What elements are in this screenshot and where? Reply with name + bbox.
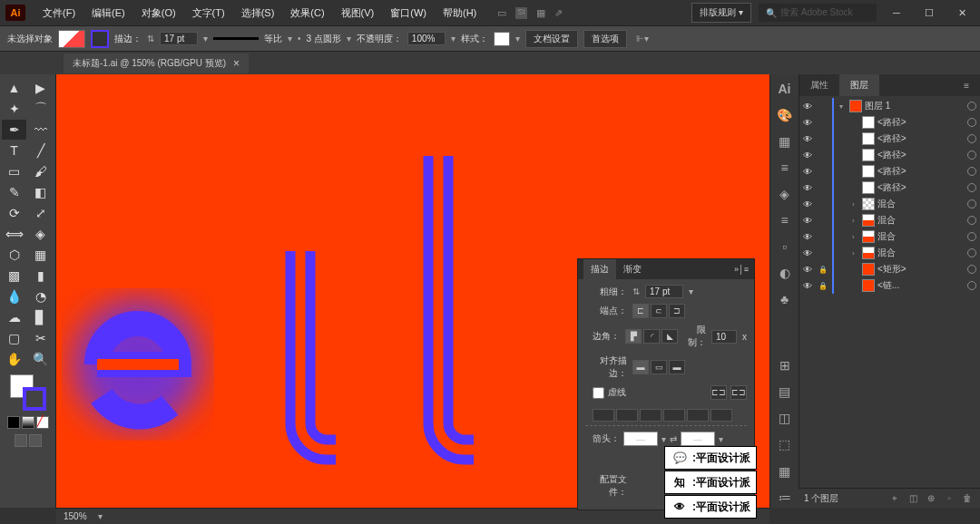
close-button[interactable]: ✕	[949, 4, 975, 22]
gap-2-input[interactable]	[663, 409, 685, 422]
color-mode-gradient[interactable]	[22, 416, 34, 429]
document-tab[interactable]: 未标题-1.ai @ 150% (RGB/GPU 预览) ×	[64, 53, 249, 73]
weight-stepper[interactable]: ⇅	[632, 286, 640, 296]
weight-input[interactable]	[645, 285, 683, 298]
artboard-tool[interactable]: ▢	[2, 328, 26, 348]
align-inside-icon[interactable]: ▭	[651, 360, 667, 374]
target-icon[interactable]	[967, 118, 976, 127]
layer-row[interactable]: 👁 <路径>	[799, 114, 980, 131]
width-tool[interactable]: ⟺	[2, 224, 26, 244]
eyedropper-tool[interactable]: 💧	[2, 286, 26, 306]
transform-strip-icon[interactable]: ⊞	[774, 355, 796, 376]
layer-name[interactable]: 混合	[877, 214, 965, 227]
appearance-strip-icon[interactable]: ♣	[774, 288, 796, 309]
lock-toggle[interactable]: 🔒	[818, 266, 829, 274]
stroke-weight-input[interactable]	[160, 32, 198, 45]
cap-butt-icon[interactable]: ⊏	[632, 304, 649, 318]
minimize-button[interactable]: ─	[884, 4, 909, 22]
slice-tool[interactable]: ✂	[28, 328, 53, 348]
expand-arrow[interactable]: ›	[852, 233, 859, 241]
symbols-strip-icon[interactable]: ◈	[774, 183, 796, 204]
gpu-icon[interactable]: ⇗	[554, 7, 563, 19]
menu-window[interactable]: 窗口(W)	[382, 6, 435, 20]
gradient-tool[interactable]: ▮	[28, 266, 53, 286]
brushes-strip-icon[interactable]: ≡	[774, 157, 796, 178]
layer-name[interactable]: 混合	[877, 230, 965, 243]
screen-mode-normal[interactable]	[15, 434, 27, 447]
type-tool[interactable]: T	[2, 141, 26, 160]
visibility-toggle[interactable]: 👁	[803, 118, 816, 128]
menu-object[interactable]: 对象(O)	[133, 6, 184, 20]
tab-close-icon[interactable]: ×	[233, 57, 240, 70]
expand-arrow[interactable]: ▾	[839, 102, 847, 111]
gap-3-input[interactable]	[710, 409, 732, 422]
target-icon[interactable]	[967, 167, 976, 176]
curvature-tool[interactable]: 〰	[28, 120, 53, 140]
fill-stroke-indicator[interactable]	[10, 374, 46, 411]
bridge-icon[interactable]: ▭	[497, 7, 506, 19]
scale-tool[interactable]: ⤢	[28, 203, 53, 223]
direct-select-tool[interactable]: ▶	[28, 78, 53, 98]
align-strip-icon[interactable]: ▤	[774, 382, 796, 403]
shaper-tool[interactable]: ✎	[2, 182, 26, 202]
dash-3-input[interactable]	[687, 409, 709, 422]
layer-name[interactable]: 混合	[877, 198, 965, 210]
visibility-toggle[interactable]: 👁	[803, 248, 816, 258]
dash-align-icon[interactable]: ⊏⊐	[730, 385, 747, 400]
menu-help[interactable]: 帮助(H)	[435, 6, 485, 20]
magic-wand-tool[interactable]: ✦	[2, 99, 26, 119]
layer-row[interactable]: 👁 › 混合	[799, 228, 980, 245]
layer-row[interactable]: 👁 <路径>	[799, 147, 980, 163]
target-icon[interactable]	[967, 281, 976, 290]
pen-tool[interactable]: ✒	[2, 120, 26, 140]
lock-toggle[interactable]: 🔒	[818, 282, 829, 290]
target-icon[interactable]	[967, 232, 976, 241]
stroke-indicator[interactable]	[23, 387, 46, 411]
layer-name[interactable]: <路径>	[877, 132, 965, 145]
arrow-end-dropdown[interactable]: —	[681, 432, 715, 446]
target-icon[interactable]	[967, 216, 976, 225]
layer-name[interactable]: 混合	[877, 247, 965, 259]
hand-tool[interactable]: ✋	[2, 349, 26, 369]
target-icon[interactable]	[967, 248, 976, 257]
free-transform-tool[interactable]: ◈	[28, 224, 53, 244]
color-mode-solid[interactable]	[7, 416, 20, 429]
stock-icon[interactable]: St	[515, 7, 527, 19]
target-icon[interactable]	[967, 134, 976, 143]
rect-tool[interactable]: ▭	[2, 161, 26, 181]
layer-name[interactable]: <路径>	[877, 149, 965, 161]
zoom-tool[interactable]: 🔍	[28, 349, 53, 369]
stroke-strip-icon[interactable]: ≡	[774, 209, 796, 230]
corner-miter-icon[interactable]: ▛	[625, 329, 642, 344]
layer-row[interactable]: 👁 <路径>	[799, 131, 980, 147]
corner-round-icon[interactable]: ◜	[643, 329, 660, 344]
layer-row[interactable]: 👁 › 混合	[799, 196, 980, 212]
transparency-strip-icon[interactable]: ◐	[774, 262, 796, 283]
align-center-icon[interactable]: ▬	[632, 360, 649, 374]
panel-tab-properties[interactable]: 属性	[799, 74, 839, 96]
cap-projecting-icon[interactable]: ⊐	[669, 304, 685, 318]
layer-row[interactable]: 👁 <路径>	[799, 180, 980, 196]
eraser-tool[interactable]: ◧	[28, 182, 53, 202]
dropdown-icon[interactable]: ▾	[203, 34, 208, 44]
align-outside-icon[interactable]: ▬	[669, 360, 685, 374]
gap-1-input[interactable]	[616, 409, 638, 422]
expand-arrow[interactable]: ›	[852, 249, 859, 257]
target-icon[interactable]	[967, 102, 976, 111]
visibility-toggle[interactable]: 👁	[803, 102, 816, 112]
layer-row[interactable]: 👁 <路径>	[799, 163, 980, 180]
zoom-level[interactable]: 150%	[64, 511, 87, 521]
color-strip-icon[interactable]: 🎨	[774, 104, 796, 125]
arrow-start-dropdown[interactable]: —	[623, 432, 658, 446]
new-layer-icon[interactable]: ▫	[942, 491, 956, 506]
layer-row[interactable]: 👁 ▾ 图层 1	[799, 98, 980, 114]
menu-edit[interactable]: 编辑(E)	[83, 6, 133, 20]
dashed-checkbox[interactable]	[593, 387, 604, 399]
artboards-strip-icon[interactable]: ▦	[774, 461, 796, 481]
menu-effect[interactable]: 效果(C)	[282, 6, 332, 20]
locate-layer-icon[interactable]: ⌖	[887, 491, 902, 506]
screen-mode-full[interactable]	[29, 434, 42, 447]
expand-arrow[interactable]: ›	[852, 217, 859, 225]
stroke-panel-tab-gradient[interactable]: 渐变	[616, 259, 649, 279]
layer-name[interactable]: <路径>	[877, 181, 965, 194]
